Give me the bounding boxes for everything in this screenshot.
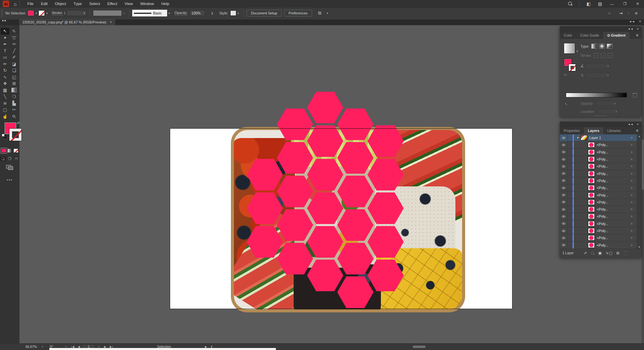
- menu-object[interactable]: Object: [51, 0, 70, 8]
- mesh-tool[interactable]: ▦: [1, 87, 9, 94]
- home-icon[interactable]: ⌂: [14, 1, 16, 7]
- align-icon[interactable]: ⧉: [314, 10, 326, 16]
- layer-name[interactable]: <Poly...: [597, 157, 608, 161]
- target-circle-icon[interactable]: ○: [631, 172, 633, 175]
- opacity-options-arrow-icon[interactable]: ❯: [210, 12, 215, 15]
- collapse-left-icon[interactable]: ◄◄: [1, 19, 6, 22]
- layer-thumbnail[interactable]: [588, 228, 595, 233]
- stroke-chevron-icon[interactable]: ▾: [45, 12, 49, 15]
- expand-chevron-icon[interactable]: ▼: [575, 136, 581, 139]
- width-tool[interactable]: ∿: [1, 74, 9, 81]
- layer-thumbnail[interactable]: [588, 149, 595, 155]
- layer-thumbnail[interactable]: [581, 135, 587, 140]
- freeform-gradient-button[interactable]: [607, 44, 612, 49]
- line-segment-tool[interactable]: ╱: [10, 48, 18, 54]
- stroke-weight-label[interactable]: Stroke:: [52, 11, 63, 15]
- layer-name[interactable]: <Poly...: [597, 207, 608, 211]
- toolbar-drag-handle[interactable]: [0, 25, 19, 28]
- dock-close-icon[interactable]: ✕: [639, 20, 641, 23]
- opacity-label[interactable]: Opacity:: [175, 11, 188, 15]
- eraser-tool[interactable]: ◪: [10, 61, 18, 68]
- lock-column[interactable]: [568, 170, 573, 177]
- panel-resize-grip[interactable]: [594, 115, 607, 116]
- tab-color[interactable]: Color: [560, 32, 576, 39]
- eyedropper-tool[interactable]: ╲: [1, 93, 9, 100]
- layer-thumbnail[interactable]: [588, 171, 595, 176]
- align-chevron-icon[interactable]: ▾: [326, 12, 330, 15]
- layer-thumbnail[interactable]: [588, 192, 595, 198]
- arrange-documents-icon[interactable]: ▤: [594, 1, 606, 6]
- lock-column[interactable]: [568, 149, 573, 156]
- sublayer-row[interactable]: <Poly...○: [560, 170, 641, 177]
- menu-effect[interactable]: Effect: [104, 0, 121, 8]
- layer-name[interactable]: <Poly...: [597, 164, 608, 168]
- layer-name[interactable]: <Poly...: [597, 186, 608, 190]
- menu-window[interactable]: Window: [137, 0, 158, 8]
- visibility-eye-icon[interactable]: [560, 149, 568, 156]
- visibility-eye-icon[interactable]: [560, 170, 568, 177]
- lock-column[interactable]: [568, 206, 573, 213]
- layer-name[interactable]: <Poly...: [597, 179, 608, 183]
- opacity-input[interactable]: 100%: [190, 10, 205, 16]
- lock-column[interactable]: [568, 227, 573, 234]
- layer-thumbnail[interactable]: [588, 243, 595, 248]
- layer-thumbnail[interactable]: [588, 142, 595, 147]
- make-clipping-mask-icon[interactable]: ▣: [598, 251, 602, 255]
- layer-thumbnail[interactable]: [588, 164, 595, 169]
- target-circle-icon[interactable]: ○: [631, 229, 633, 232]
- layer-thumbnail[interactable]: [588, 178, 595, 183]
- rectangle-tool[interactable]: ▭: [1, 54, 9, 61]
- visibility-eye-icon[interactable]: [560, 227, 568, 234]
- menu-view[interactable]: View: [121, 0, 137, 8]
- lock-column[interactable]: [568, 177, 573, 184]
- fill-chevron-icon[interactable]: ▾: [34, 12, 38, 15]
- visibility-eye-icon[interactable]: [560, 163, 568, 170]
- draw-normal-button[interactable]: ❏: [0, 156, 6, 161]
- stroke-proxy-swatch[interactable]: [9, 128, 22, 141]
- hand-tool[interactable]: ☝: [1, 113, 9, 120]
- restore-button[interactable]: ❐: [618, 0, 631, 8]
- layer-row[interactable]: ▼Layer 1○: [560, 134, 641, 141]
- layer-thumbnail[interactable]: [588, 235, 595, 240]
- layer-thumbnail[interactable]: [588, 185, 595, 190]
- document-tab[interactable]: 230530_00299_copy.png* @ 66.67 % (RGB/Pr…: [19, 19, 116, 25]
- fill-color-swatch[interactable]: [28, 10, 34, 16]
- drag-handle[interactable]: [1, 9, 3, 17]
- panel-collapse-icon[interactable]: ◄◄: [628, 27, 633, 31]
- type-tool[interactable]: T: [1, 48, 9, 54]
- close-button[interactable]: ✕: [631, 0, 644, 8]
- horizontal-scroll-thumb[interactable]: [413, 346, 426, 348]
- lock-column[interactable]: [568, 191, 573, 198]
- visibility-eye-icon[interactable]: [560, 213, 568, 220]
- variable-width-dropdown[interactable]: [93, 10, 122, 16]
- target-circle-icon[interactable]: ○: [631, 201, 633, 204]
- sublayer-row[interactable]: <Poly...○: [560, 199, 641, 206]
- lock-column[interactable]: [568, 134, 573, 141]
- layer-name[interactable]: <Poly...: [597, 229, 608, 233]
- sublayer-row[interactable]: <Poly...○: [560, 213, 641, 220]
- stroke-weight-dropdown[interactable]: ▾: [66, 10, 87, 16]
- lock-column[interactable]: [568, 213, 573, 220]
- sublayer-row[interactable]: <Poly...○: [560, 156, 641, 163]
- visibility-eye-icon[interactable]: [560, 234, 568, 241]
- style-chevron-icon[interactable]: ▾: [236, 12, 240, 15]
- sublayer-row[interactable]: <Poly...○: [560, 141, 641, 148]
- pen-tool[interactable]: ✒: [1, 41, 9, 48]
- stroke-stepper[interactable]: ▲▼: [64, 11, 65, 15]
- target-circle-icon[interactable]: ○: [631, 244, 633, 247]
- layer-thumbnail[interactable]: [588, 207, 595, 212]
- lock-column[interactable]: [568, 184, 573, 191]
- zoom-chevron-icon[interactable]: ˅: [39, 345, 46, 348]
- sublayer-row[interactable]: <Poly...○: [560, 220, 641, 227]
- control-menu-icon[interactable]: ≡: [631, 11, 642, 16]
- app-logo-icon[interactable]: Ai: [3, 1, 9, 7]
- tab-libraries[interactable]: Libraries: [603, 127, 625, 134]
- target-circle-icon[interactable]: ○: [631, 193, 633, 197]
- sublayer-row[interactable]: <Poly...○: [560, 163, 641, 170]
- layer-name[interactable]: <Poly...: [597, 222, 608, 226]
- brush-chevron-icon[interactable]: ▾: [167, 12, 171, 15]
- minimize-button[interactable]: —: [606, 0, 618, 8]
- target-circle-icon[interactable]: ○: [631, 222, 633, 225]
- sublayer-row[interactable]: <Poly...○: [560, 191, 641, 199]
- layer-name[interactable]: <Poly...: [597, 150, 608, 154]
